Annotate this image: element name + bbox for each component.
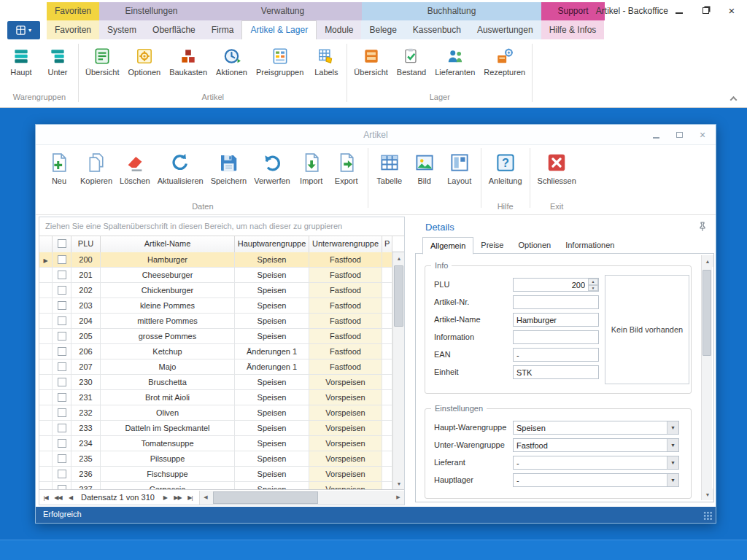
ribbon-button-baukasten[interactable]: Baukasten: [165, 45, 212, 77]
spinner-down-button[interactable]: ▼: [588, 285, 598, 292]
toolbar-button-speichern[interactable]: Speichern: [207, 150, 251, 185]
table-row-plu-205[interactable]: 205grosse PommesSpeisenFastfood: [39, 329, 392, 344]
ribbon-category-einstellungen[interactable]: Einstellungen: [99, 2, 204, 20]
details-tab-allgemein[interactable]: Allgemein: [422, 237, 473, 254]
grid-header-artikel-name[interactable]: Artikel-Name: [101, 236, 235, 252]
ribbon-button-übersicht[interactable]: Übersicht: [81, 45, 123, 77]
ribbon-button-bestand[interactable]: Bestand: [392, 45, 430, 77]
row-checkbox[interactable]: [58, 332, 66, 341]
row-checkbox[interactable]: [58, 485, 66, 489]
table-row-plu-207[interactable]: 207MajoÄnderungen 1Fastfood: [39, 359, 392, 375]
grid-vertical-scrollbar[interactable]: ▲ ▼: [392, 252, 404, 489]
app-close-button[interactable]: ×: [724, 4, 740, 17]
app-restore-button[interactable]: [697, 4, 713, 17]
nav-prev-page-button[interactable]: ◀◀: [52, 491, 64, 505]
row-checkbox[interactable]: [58, 301, 66, 310]
details-tab-preise[interactable]: Preise: [473, 237, 511, 254]
row-checkbox[interactable]: [58, 424, 66, 432]
toolbar-button-export[interactable]: Export: [329, 150, 364, 185]
ribbon-button-labels[interactable]: Labels: [308, 45, 344, 77]
spinner-up-button[interactable]: ▲: [588, 279, 598, 285]
ribbon-button-lieferanten[interactable]: Lieferanten: [430, 45, 479, 77]
table-row-plu-237[interactable]: 237CarpaccioSpeisenVorspeisen: [39, 482, 392, 489]
combo-dropdown-button[interactable]: ▼: [667, 474, 678, 486]
artikel-minimize-button[interactable]: [649, 128, 663, 141]
grid-horizontal-scrollbar[interactable]: ◀ ▶: [199, 491, 404, 505]
row-checkbox[interactable]: [58, 286, 66, 295]
scrollbar-thumb[interactable]: [213, 491, 318, 504]
row-checkbox[interactable]: [58, 347, 66, 356]
row-checkbox[interactable]: [58, 393, 66, 402]
scrollbar-track[interactable]: [393, 264, 404, 478]
combo-haupt-warengruppe[interactable]: Speisen▼: [513, 421, 679, 435]
artikel-maximize-button[interactable]: [672, 128, 686, 141]
header-checkbox[interactable]: [58, 239, 66, 248]
artikel-close-button[interactable]: ×: [695, 128, 710, 141]
row-checkbox[interactable]: [58, 255, 66, 264]
grid-header-unterwarengruppe[interactable]: Unterwarengruppe: [309, 236, 382, 252]
nav-next-button[interactable]: ▶: [159, 491, 171, 505]
table-row-plu-236[interactable]: 236FischsuppeSpeisenVorspeisen: [39, 467, 392, 482]
ribbon-tab-belege[interactable]: Belege: [361, 20, 404, 39]
toolbar-button-kopieren[interactable]: Kopieren: [77, 150, 116, 185]
nav-first-button[interactable]: |◀: [39, 491, 52, 505]
grid-header-hauptwarengruppe[interactable]: Hauptwarengruppe: [235, 236, 309, 252]
ribbon-tab-auswertungen[interactable]: Auswertungen: [469, 20, 541, 39]
ribbon-tab-kassenbuch[interactable]: Kassenbuch: [405, 20, 469, 39]
combo-dropdown-button[interactable]: ▼: [667, 439, 678, 451]
toolbar-button-schliessen[interactable]: Schliessen: [534, 150, 580, 185]
table-row-plu-231[interactable]: 231Brot mit AioliSpeisenVorspeisen: [39, 390, 392, 405]
scroll-down-button[interactable]: ▼: [393, 478, 404, 489]
field-input-plu[interactable]: [513, 278, 599, 292]
groupby-panel[interactable]: Ziehen Sie eine Spaltenüberschrift in di…: [39, 217, 404, 236]
scrollbar-track[interactable]: [702, 267, 712, 489]
ribbon-button-optionen[interactable]: Optionen: [123, 45, 165, 77]
toolbar-button-aktualisieren[interactable]: Aktualisieren: [154, 150, 207, 185]
artikel-window-titlebar[interactable]: Artikel ×: [36, 125, 716, 145]
row-checkbox[interactable]: [58, 470, 66, 478]
table-row-plu-200[interactable]: ▶200HamburgerSpeisenFastfood: [39, 252, 392, 268]
ribbon-tab-oberfläche[interactable]: Oberfläche: [144, 20, 204, 39]
ribbon-category-verwaltung[interactable]: Verwaltung: [204, 2, 362, 20]
row-checkbox[interactable]: [58, 271, 66, 279]
table-row-plu-235[interactable]: 235PilssuppeSpeisenVorspeisen: [39, 451, 392, 467]
scroll-up-button[interactable]: ▲: [393, 252, 404, 264]
row-checkbox[interactable]: [58, 378, 66, 386]
table-row-plu-203[interactable]: 203kleine PommesSpeisenFastfood: [39, 298, 392, 314]
table-row-plu-201[interactable]: 201CheeseburgerSpeisenFastfood: [39, 268, 392, 283]
table-row-plu-206[interactable]: 206KetchupÄnderungen 1Fastfood: [39, 344, 392, 359]
scroll-down-button[interactable]: ▼: [702, 489, 713, 500]
row-checkbox[interactable]: [58, 316, 66, 325]
row-checkbox[interactable]: [58, 454, 66, 463]
row-checkbox[interactable]: [58, 362, 66, 371]
row-checkbox[interactable]: [58, 408, 66, 417]
ribbon-tab-hilfe-infos[interactable]: Hilfe & Infos: [541, 20, 605, 39]
nav-prev-button[interactable]: ◀: [64, 491, 77, 505]
combo-lieferant[interactable]: -▼: [513, 456, 679, 470]
ribbon-category-buchhaltung[interactable]: Buchhaltung: [362, 2, 541, 20]
details-tab-informationen[interactable]: Informationen: [558, 237, 622, 254]
details-vertical-scrollbar[interactable]: ▲ ▼: [701, 255, 712, 500]
table-row-plu-204[interactable]: 204mittlere PommesSpeisenFastfood: [39, 314, 392, 329]
toolbar-button-anleitung[interactable]: ?Anleitung: [485, 150, 526, 185]
details-tab-optionen[interactable]: Optionen: [511, 237, 559, 254]
toolbar-button-layout[interactable]: Layout: [442, 150, 477, 185]
field-input-artikel-name[interactable]: [513, 313, 599, 327]
ribbon-button-übersicht[interactable]: Übersicht: [349, 45, 392, 77]
nav-last-button[interactable]: ▶|: [184, 491, 196, 505]
resize-grip[interactable]: [703, 511, 713, 521]
ribbon-tab-artikel-lager[interactable]: Artikel & Lager: [241, 20, 317, 39]
toolbar-button-neu[interactable]: Neu: [42, 150, 77, 185]
ribbon-collapse-button[interactable]: [727, 93, 740, 104]
toolbar-button-löschen[interactable]: Löschen: [116, 150, 154, 185]
toolbar-button-bild[interactable]: Bild: [407, 150, 442, 185]
ribbon-tab-module[interactable]: Module: [317, 20, 361, 39]
ribbon-tab-firma[interactable]: Firma: [204, 20, 242, 39]
scroll-right-button[interactable]: ▶: [392, 491, 404, 505]
scroll-left-button[interactable]: ◀: [200, 491, 212, 505]
ribbon-category-favoriten[interactable]: Favoriten: [47, 2, 99, 20]
ribbon-button-aktionen[interactable]: Aktionen: [212, 45, 252, 77]
table-row-plu-233[interactable]: 233Datteln im SpeckmantelSpeisenVorspeis…: [39, 421, 392, 436]
combo-dropdown-button[interactable]: ▼: [667, 456, 678, 469]
field-input-ean[interactable]: [513, 348, 599, 362]
